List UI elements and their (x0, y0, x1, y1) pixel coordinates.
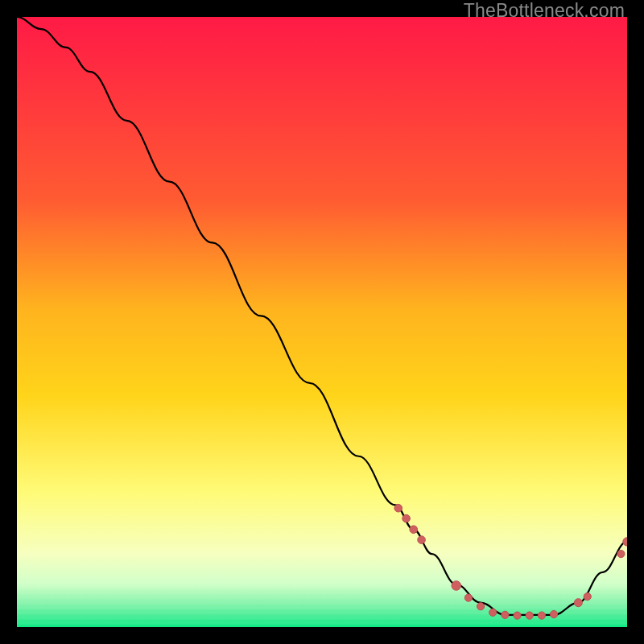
band (17, 607, 627, 609)
band (17, 566, 627, 568)
highlight-dot (394, 504, 402, 512)
band (17, 617, 627, 619)
highlight-dot (477, 603, 484, 610)
band (17, 612, 627, 614)
highlight-dot (452, 581, 461, 591)
band (17, 592, 627, 594)
band (17, 597, 627, 599)
highlight-dot (502, 611, 509, 618)
highlight-dot (538, 612, 545, 619)
chart-frame: TheBottleneck.com (0, 0, 644, 644)
highlight-dot (489, 609, 497, 616)
highlight-dot (550, 610, 557, 617)
highlight-dot (410, 526, 418, 534)
chart-svg (17, 17, 627, 627)
band (17, 586, 627, 588)
watermark-text: TheBottleneck.com (464, 0, 625, 22)
band (17, 581, 627, 584)
band (17, 572, 627, 574)
band (17, 622, 627, 625)
band (17, 601, 627, 604)
plot-area (17, 17, 627, 627)
highlight-dot (584, 593, 591, 601)
highlight-dot (617, 550, 625, 557)
band (17, 576, 627, 579)
highlight-dot (514, 612, 521, 619)
highlight-dot (464, 594, 472, 601)
highlight-dot (574, 599, 582, 607)
highlight-dot (526, 612, 533, 619)
highlight-dot (418, 536, 426, 544)
highlight-dot (402, 514, 411, 522)
gradient-bg (17, 17, 627, 627)
